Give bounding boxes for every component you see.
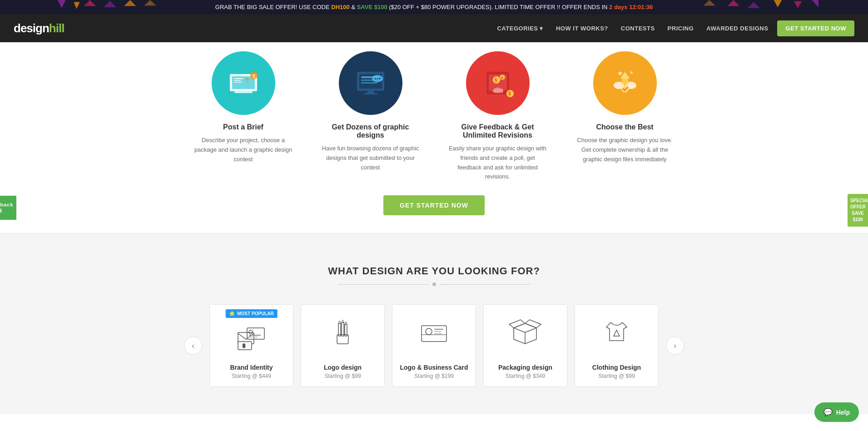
announcement-bar: GRAB THE BIG SALE OFFER! USE CODE DH100 … bbox=[0, 0, 868, 14]
svg-rect-72 bbox=[434, 331, 441, 332]
design-carousel: ‹ ⭐ MOST POPULAR bbox=[14, 304, 854, 387]
step-circle-2 bbox=[339, 51, 402, 115]
card-icon-logo-business bbox=[417, 314, 451, 350]
design-cards-row: ⭐ MOST POPULAR bbox=[209, 304, 659, 387]
step-choose-best: ★ ★ Choose the Best Choose the graphic d… bbox=[575, 51, 675, 182]
svg-rect-58 bbox=[249, 337, 258, 337]
step-get-dozens: Get Dozens of graphic designs Have fun b… bbox=[321, 51, 421, 182]
carousel-prev-button[interactable]: ‹ bbox=[184, 337, 202, 355]
svg-text:★: ★ bbox=[617, 69, 623, 77]
contests-link[interactable]: CONTESTS bbox=[621, 25, 655, 32]
design-card-packaging[interactable]: Packaging design Starting @ $349 bbox=[483, 304, 567, 387]
card-info-brand-identity: Brand Identity Starting @ $449 bbox=[210, 359, 293, 379]
special-offer-badge[interactable]: SPECIAL OFFER SAVE $100 bbox=[848, 194, 868, 227]
card-price-brand-identity: Starting @ $449 bbox=[216, 373, 287, 379]
categories-link[interactable]: CATEGORIES ▾ bbox=[497, 25, 543, 32]
svg-rect-73 bbox=[434, 333, 442, 334]
help-button[interactable]: 💬 Help bbox=[814, 402, 859, 414]
card-title-logo-business: Logo & Business Card bbox=[399, 364, 469, 371]
step-3-title: Give Feedback & Get Unlimited Revisions bbox=[448, 123, 548, 139]
step-1-title: Post a Brief bbox=[223, 123, 263, 131]
svg-rect-21 bbox=[253, 76, 255, 77]
step-2-title: Get Dozens of graphic designs bbox=[321, 123, 421, 139]
svg-point-56 bbox=[249, 330, 253, 334]
card-title-brand-identity: Brand Identity bbox=[216, 364, 287, 371]
special-offer-line1: SPECIAL bbox=[850, 198, 868, 203]
svg-rect-42 bbox=[496, 87, 498, 93]
nav-awarded-designs[interactable]: AWARDED DESIGNS bbox=[706, 24, 768, 32]
svg-marker-75 bbox=[514, 323, 536, 332]
title-divider bbox=[14, 282, 854, 286]
steps-row: Post a Brief Describe your project, choo… bbox=[184, 51, 684, 182]
svg-rect-16 bbox=[234, 80, 241, 81]
svg-point-33 bbox=[379, 78, 380, 79]
announcement-save: SAVE $100 bbox=[357, 4, 387, 10]
card-icon-area-logo bbox=[301, 305, 384, 359]
what-design-section: WHAT DESIGN ARE YOU LOOKING FOR? ‹ ⭐ MOS… bbox=[0, 243, 868, 414]
nav-how-it-works[interactable]: HOW IT WORKS? bbox=[556, 24, 608, 32]
nav-contests[interactable]: CONTESTS bbox=[621, 24, 655, 32]
card-info-logo-business: Logo & Business Card Starting @ $199 bbox=[392, 359, 476, 379]
svg-rect-29 bbox=[361, 82, 377, 84]
card-icon-packaging bbox=[508, 314, 542, 350]
card-icon-brand-identity: $ bbox=[234, 321, 268, 357]
pricing-link[interactable]: PRICING bbox=[668, 25, 694, 32]
chevron-down-icon: ▾ bbox=[540, 25, 543, 32]
step-1-desc: Describe your project, choose a package … bbox=[193, 136, 293, 164]
svg-marker-77 bbox=[614, 330, 620, 336]
nav-cta-button[interactable]: GET STARTED NOW bbox=[777, 20, 854, 36]
svg-rect-57 bbox=[249, 335, 261, 336]
navbar: designhill CATEGORIES ▾ HOW IT WORKS? CO… bbox=[0, 14, 868, 42]
design-card-clothing[interactable]: Clothing Design Starting @ $99 bbox=[575, 304, 659, 387]
svg-marker-9 bbox=[812, 0, 818, 7]
card-price-logo-business: Starting @ $199 bbox=[399, 373, 469, 379]
logo-hill-text: hill bbox=[49, 21, 64, 35]
help-label: Help bbox=[836, 409, 850, 415]
svg-text:$: $ bbox=[243, 343, 245, 348]
card-icon-area-packaging bbox=[484, 305, 567, 359]
feedback-tab[interactable]: Feedback ✉ bbox=[0, 196, 16, 220]
svg-point-51 bbox=[621, 85, 629, 93]
card-title-logo: Logo design bbox=[308, 364, 378, 371]
step-circle-4: ★ ★ bbox=[593, 51, 657, 115]
svg-text:★: ★ bbox=[630, 70, 634, 75]
card-price-clothing: Starting @ $99 bbox=[581, 373, 652, 379]
svg-rect-41 bbox=[494, 88, 496, 93]
feedback-icon: ✉ bbox=[0, 208, 13, 213]
awarded-designs-link[interactable]: AWARDED DESIGNS bbox=[706, 25, 768, 32]
nav-pricing[interactable]: PRICING bbox=[668, 24, 694, 32]
logo[interactable]: designhill bbox=[14, 21, 64, 35]
design-card-logo-design[interactable]: Logo design Starting @ $99 bbox=[301, 304, 385, 387]
what-design-title: WHAT DESIGN ARE YOU LOOKING FOR? bbox=[14, 265, 854, 277]
carousel-next-button[interactable]: › bbox=[666, 337, 684, 355]
most-popular-badge: ⭐ MOST POPULAR bbox=[225, 309, 278, 318]
how-it-works-link[interactable]: HOW IT WORKS? bbox=[556, 25, 608, 32]
design-card-logo-business[interactable]: Logo & Business Card Starting @ $199 bbox=[392, 304, 476, 387]
svg-text:$: $ bbox=[495, 78, 497, 83]
svg-rect-20 bbox=[253, 74, 255, 75]
announcement-suffix: ($20 OFF + $80 POWER UPGRADES). LIMITED … bbox=[387, 4, 609, 10]
card-icon-logo bbox=[326, 314, 360, 350]
svg-rect-64 bbox=[342, 322, 344, 336]
svg-rect-44 bbox=[501, 89, 503, 93]
svg-marker-10 bbox=[144, 0, 156, 5]
how-it-works-section: Post a Brief Describe your project, choo… bbox=[0, 42, 868, 233]
nav-categories[interactable]: CATEGORIES ▾ bbox=[497, 25, 543, 32]
announcement-connector: & bbox=[350, 4, 357, 10]
svg-point-31 bbox=[374, 78, 376, 79]
card-icon-area-clothing bbox=[575, 305, 658, 359]
feedback-label: Feedback bbox=[0, 202, 13, 208]
help-chat-icon: 💬 bbox=[823, 408, 833, 414]
announcement-code: DH100 bbox=[331, 4, 349, 10]
design-card-brand-identity[interactable]: ⭐ MOST POPULAR bbox=[209, 304, 293, 387]
get-started-button[interactable]: GET STARTED NOW bbox=[383, 195, 485, 215]
step-3-desc: Easily share your graphic design with fr… bbox=[448, 144, 548, 182]
svg-marker-65 bbox=[342, 320, 344, 322]
svg-marker-4 bbox=[124, 0, 136, 6]
section-divider bbox=[0, 233, 868, 243]
card-title-clothing: Clothing Design bbox=[581, 364, 652, 371]
svg-rect-26 bbox=[364, 93, 377, 94]
svg-marker-2 bbox=[84, 0, 96, 6]
svg-rect-25 bbox=[367, 91, 374, 93]
svg-marker-1 bbox=[74, 2, 79, 9]
